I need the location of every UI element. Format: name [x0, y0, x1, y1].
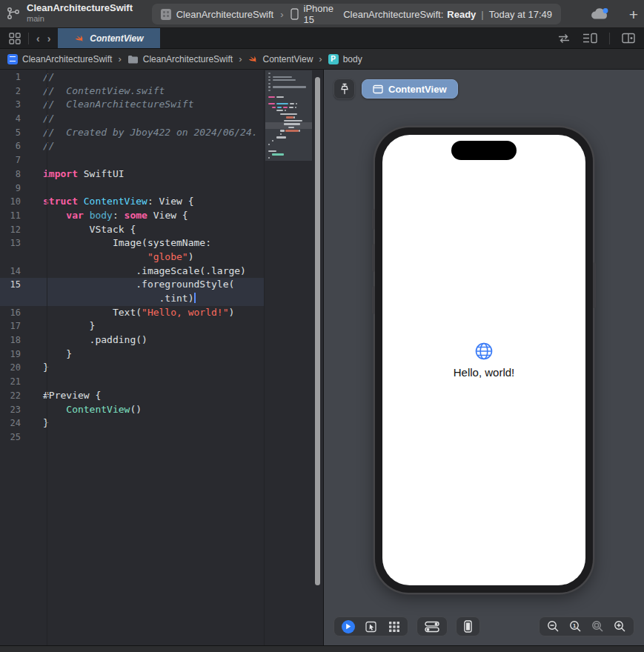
code-line[interactable]: 10struct ContentView: View {	[0, 195, 264, 209]
zoom-out-icon[interactable]	[547, 620, 560, 633]
breadcrumb-symbol[interactable]: P body	[328, 54, 362, 64]
line-number: 15	[0, 278, 32, 292]
code-text: ContentView()	[32, 403, 142, 417]
code-line[interactable]: 22#Preview {	[0, 389, 264, 403]
zoom-100-icon[interactable]: 1	[569, 620, 582, 633]
code-line[interactable]: 6//	[0, 139, 264, 153]
line-number: 18	[0, 333, 32, 347]
minimap-line	[268, 86, 270, 87]
code-rows: 1//2// ContentView.swift3// CleanArchite…	[0, 70, 264, 445]
swift-file-icon	[248, 54, 258, 64]
code-line[interactable]: 5// Created by Jboy422 on 2024/06/24.	[0, 126, 264, 140]
device-settings-button[interactable]	[425, 621, 439, 633]
preview-canvas: ContentView	[324, 70, 644, 646]
xcode-window: CleanArchitectureSwift main CleanArchite…	[0, 0, 644, 652]
editor-options-icon[interactable]	[582, 33, 597, 44]
app-target-icon	[161, 9, 171, 20]
line-number: 6	[0, 139, 32, 153]
code-line[interactable]: 9	[0, 182, 264, 196]
code-text: // Created by Jboy422 on 2024/06/24.	[32, 126, 258, 140]
line-number: 2	[0, 84, 32, 99]
code-line[interactable]: 7	[0, 153, 264, 167]
code-text: #Preview {	[32, 389, 101, 403]
pin-preview-button[interactable]	[333, 79, 355, 99]
code-line[interactable]: "globe")	[0, 250, 264, 265]
scheme-selector[interactable]: CleanArchitectureSwift › iPhone 15	[161, 3, 343, 25]
code-line[interactable]: 24}	[0, 416, 264, 430]
go-back-button[interactable]: ‹︎	[36, 33, 40, 44]
dynamic-island	[451, 141, 517, 160]
tab-bar: ‹︎ ›︎ ContentView	[0, 28, 644, 49]
breadcrumb-group[interactable]: CleanArchitectureSwift	[127, 54, 233, 64]
project-title: CleanArchitectureSwift	[27, 3, 133, 14]
code-line[interactable]: 25	[0, 430, 264, 445]
line-number: 25	[0, 430, 32, 445]
line-number: 3	[0, 98, 32, 112]
code-line[interactable]: 11 var body: some View {	[0, 209, 264, 223]
line-number: 23	[0, 403, 32, 417]
preview-screen[interactable]: Hello, world!	[382, 135, 585, 585]
code-line[interactable]: 13 Image(systemName:	[0, 236, 264, 250]
line-number: 10	[0, 195, 32, 209]
live-preview-button[interactable]	[342, 620, 355, 633]
code-line[interactable]: 1//	[0, 70, 264, 84]
code-line[interactable]: 17 }	[0, 319, 264, 333]
tab-overview-icon[interactable]	[9, 33, 21, 44]
breadcrumb-project[interactable]: CleanArchitectureSwift	[7, 54, 112, 64]
minimap-line	[284, 123, 300, 124]
zoom-in-icon[interactable]	[614, 620, 626, 633]
code-line[interactable]: 23 ContentView()	[0, 403, 264, 417]
preview-target-label: ContentView	[388, 84, 447, 95]
code-area[interactable]: 1//2// ContentView.swift3// CleanArchite…	[0, 70, 265, 646]
line-number: 11	[0, 209, 32, 223]
line-number: 14	[0, 265, 32, 279]
code-line[interactable]: 2// ContentView.swift	[0, 84, 264, 99]
source-editor[interactable]: 1//2// ContentView.swift3// CleanArchite…	[0, 70, 324, 646]
device-settings-group	[416, 616, 448, 636]
minimap-line	[283, 107, 288, 108]
scheme-status-bar[interactable]: CleanArchitectureSwift › iPhone 15 Clean…	[152, 4, 561, 24]
code-line[interactable]: .tint)	[0, 292, 264, 306]
cloud-sync-icon[interactable]	[590, 7, 610, 21]
property-symbol-icon: P	[328, 54, 339, 64]
minimap-line	[286, 116, 293, 118]
line-number: 7	[0, 153, 32, 167]
breadcrumb-label: ContentView	[262, 54, 313, 64]
code-text: .padding()	[32, 333, 147, 347]
line-number: 20	[0, 361, 32, 375]
selectable-mode-button[interactable]	[365, 621, 378, 633]
project-file-icon	[7, 54, 18, 64]
zoom-fit-icon[interactable]	[591, 620, 604, 633]
code-line[interactable]: 8import SwiftUI	[0, 167, 264, 182]
text-cursor	[194, 293, 196, 303]
new-tab-button[interactable]: +	[629, 7, 638, 22]
line-number: 16	[0, 306, 32, 320]
tab-contentview[interactable]: ContentView	[58, 28, 159, 48]
device-picker-button[interactable]	[464, 620, 472, 633]
code-text: Image(systemName:	[32, 236, 211, 250]
status-time: Today at 17:49	[489, 9, 552, 20]
editor-scrollbar[interactable]	[315, 77, 320, 585]
code-line[interactable]: 3// CleanArchitectureSwift	[0, 98, 264, 112]
code-line[interactable]: 20}	[0, 361, 264, 375]
variants-mode-button[interactable]	[388, 621, 400, 633]
go-forward-button[interactable]: ›︎	[47, 33, 51, 44]
code-line[interactable]: 21	[0, 375, 264, 389]
project-block[interactable]: CleanArchitectureSwift main	[6, 3, 133, 24]
line-number: 13	[0, 236, 32, 250]
code-line[interactable]: 12 VStack {	[0, 223, 264, 237]
preview-target-pill[interactable]: ContentView	[362, 79, 458, 99]
code-line[interactable]: 15 .foregroundStyle(	[0, 278, 264, 292]
scheme-target-label: CleanArchitectureSwift	[176, 9, 274, 20]
folder-icon	[127, 55, 139, 64]
code-line[interactable]: 16 Text("Hello, world!")	[0, 306, 264, 320]
minimap[interactable]	[265, 70, 312, 646]
code-line[interactable]: 19 }	[0, 347, 264, 362]
code-line[interactable]: 14 .imageScale(.large)	[0, 265, 264, 279]
add-editor-icon[interactable]	[622, 33, 635, 44]
code-line[interactable]: 18 .padding()	[0, 333, 264, 347]
code-line[interactable]: 4//	[0, 112, 264, 126]
code-review-icon[interactable]	[557, 33, 571, 44]
breadcrumb-file[interactable]: ContentView	[248, 54, 313, 64]
line-number: 22	[0, 389, 32, 403]
